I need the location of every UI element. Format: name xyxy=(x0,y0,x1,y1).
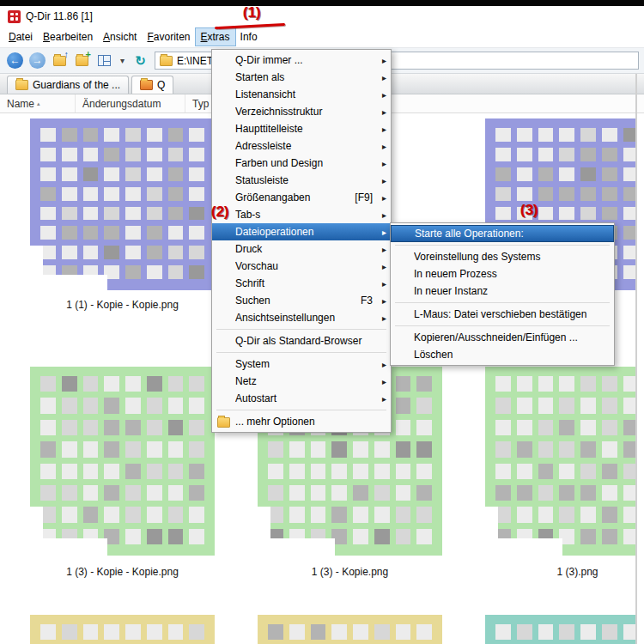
file-thumbnail[interactable]: 1 (3).png xyxy=(485,367,635,556)
file-thumbnail[interactable]: 1 (3) - Kopie - Kopie.png xyxy=(30,367,215,556)
file-thumbnail[interactable] xyxy=(485,615,635,644)
menu-item-label: Schrift xyxy=(235,277,380,289)
menu-item-in-neuem-prozess[interactable]: In neuem Prozess xyxy=(391,265,614,283)
pane-layout-button[interactable] xyxy=(94,51,114,70)
menu-item-q-dir-als-standard-browser[interactable]: Q-Dir als Standard-Browser xyxy=(212,332,391,349)
folder-up-button[interactable]: ↑ xyxy=(50,51,70,70)
menubar-item-datei[interactable]: Datei xyxy=(3,28,38,46)
favorites-folder-button[interactable]: + xyxy=(72,51,92,70)
menu-item-druck[interactable]: Druck▸ xyxy=(212,240,391,258)
menu-shortcut: F3 xyxy=(361,295,373,307)
refresh-button[interactable]: ↻ xyxy=(131,51,150,70)
forward-button[interactable]: → xyxy=(27,51,47,70)
extras-menu: Q-Dir immer ...▸Starten als▸Listenansich… xyxy=(211,49,392,433)
menubar-item-ansicht[interactable]: Ansicht xyxy=(98,28,142,46)
menubar-item-info[interactable]: Info xyxy=(235,28,263,46)
menu-separator xyxy=(395,325,610,326)
submenu-arrow-icon: ▸ xyxy=(380,377,386,386)
file-operations-submenu: Starte alle Operationen:Voreinstellung d… xyxy=(390,222,615,366)
menu-item-farben-und-design[interactable]: Farben und Design▸ xyxy=(212,155,391,172)
menu-item-system[interactable]: System▸ xyxy=(212,355,391,373)
column-header-nderungsdatum[interactable]: Änderungsdatum xyxy=(76,94,185,112)
file-thumbnail[interactable]: 1 (1) - Kopie - Kopie.png xyxy=(30,118,215,290)
menu-item-q-dir-immer[interactable]: Q-Dir immer ...▸ xyxy=(212,52,391,69)
folder-icon xyxy=(217,417,230,428)
file-thumbnail[interactable] xyxy=(258,615,442,644)
forward-icon: → xyxy=(29,52,46,69)
column-label: Typ xyxy=(192,98,209,110)
layout-dropdown-button[interactable]: ▾ xyxy=(117,51,128,70)
menu-item-dateioperationen[interactable]: Dateioperationen▸ xyxy=(212,223,391,240)
menu-separator xyxy=(216,329,386,330)
column-headers-2 xyxy=(637,94,644,113)
menu-item-verzeichnisstruktur[interactable]: Verzeichnisstruktur▸ xyxy=(212,103,391,120)
folder-up-icon: ↑ xyxy=(64,50,70,59)
menu-item-ansichtseinstellungen[interactable]: Ansichtseinstellungen▸ xyxy=(212,309,391,326)
thumbnail-image xyxy=(30,615,215,644)
menu-item-autostart[interactable]: Autostart▸ xyxy=(212,390,391,407)
refresh-icon: ↻ xyxy=(135,53,146,69)
column-label: Änderungsdatum xyxy=(82,98,161,110)
menu-item-starten-als[interactable]: Starten als▸ xyxy=(212,69,391,86)
menu-item-adressleiste[interactable]: Adressleiste▸ xyxy=(212,137,391,155)
menu-item-netz[interactable]: Netz▸ xyxy=(212,373,391,390)
menu-item-label: Suchen xyxy=(235,295,361,307)
menubar-item-bearbeiten[interactable]: Bearbeiten xyxy=(38,28,98,46)
menu-item-label: Starten als xyxy=(235,71,380,83)
tab-1[interactable]: Guardians of the ... xyxy=(7,76,129,94)
column-header-name[interactable]: Name▴ xyxy=(0,94,76,112)
app-icon xyxy=(8,10,21,23)
menu-item-listenansicht[interactable]: Listenansicht▸ xyxy=(212,86,391,103)
submenu-arrow-icon: ▸ xyxy=(380,159,386,168)
sort-ascending-icon: ▴ xyxy=(37,100,40,107)
menu-item-in-neuer-instanz[interactable]: In neuer Instanz xyxy=(391,283,614,300)
menu-item-kopieren-ausschneiden-einf-gen[interactable]: Kopieren/Ausschneiden/Einfügen ... xyxy=(391,329,614,346)
menu-item-l-maus-datei-verschieben-best-tigen[interactable]: L-Maus: Datei verschieben bestätigen xyxy=(391,306,614,323)
file-thumbnail[interactable] xyxy=(30,615,215,644)
submenu-arrow-icon: ▸ xyxy=(380,245,386,254)
back-button[interactable]: ← xyxy=(5,51,25,70)
menu-item-tab-s[interactable]: Tab-s▸ xyxy=(212,206,391,223)
window-top-edge xyxy=(0,0,644,6)
thumbnail-image xyxy=(30,367,215,556)
menu-separator xyxy=(395,302,610,303)
menu-item-mehr-optionen[interactable]: ... mehr Optionen xyxy=(212,413,391,430)
menu-item-statusleiste[interactable]: Statusleiste▸ xyxy=(212,172,391,189)
menu-item-label: Vorschau xyxy=(235,260,380,272)
menu-item-label: Netz xyxy=(235,375,380,387)
title-bar[interactable]: Q-Dir 11.86 [1] xyxy=(0,6,644,27)
menu-item-voreinstellung-des-systems[interactable]: Voreinstellung des Systems xyxy=(391,248,614,265)
chevron-down-icon: ▾ xyxy=(120,56,125,65)
menu-item-label: Löschen xyxy=(414,349,603,361)
tab-strip-2 xyxy=(637,74,644,94)
submenu-arrow-icon: ▸ xyxy=(380,176,386,185)
folder-plus-icon: + xyxy=(86,50,91,59)
file-pane-2 xyxy=(637,74,644,644)
menu-item-suchen[interactable]: SuchenF3▸ xyxy=(212,292,391,309)
menu-item-label: In neuer Instanz xyxy=(414,285,603,297)
menu-separator xyxy=(216,352,386,353)
thumbnail-image xyxy=(258,615,442,644)
menu-item-schrift[interactable]: Schrift▸ xyxy=(212,275,391,292)
thumbnail-image xyxy=(485,367,635,556)
menu-bar: DateiBearbeitenAnsichtFavoritenExtrasInf… xyxy=(0,27,644,47)
tab-2[interactable]: Q xyxy=(131,76,173,94)
annotation-2: (2) xyxy=(211,204,229,221)
submenu-arrow-icon: ▸ xyxy=(380,296,386,306)
menu-item-l-schen[interactable]: Löschen xyxy=(391,346,614,363)
menu-item-haupttitelleiste[interactable]: Haupttitelleiste▸ xyxy=(212,120,391,137)
menu-item-starte-alle-operationen[interactable]: Starte alle Operationen: xyxy=(391,225,614,242)
menu-item-label: Starte alle Operationen: xyxy=(415,228,602,240)
menu-item-gr-enangaben[interactable]: Größenangaben[F9]▸ xyxy=(212,189,391,206)
submenu-arrow-icon: ▸ xyxy=(380,125,386,134)
thumbnail-image xyxy=(485,615,635,644)
menubar-item-extras[interactable]: Extras xyxy=(196,28,235,46)
window-title: Q-Dir 11.86 [1] xyxy=(26,10,93,22)
column-label: Name xyxy=(7,98,34,110)
thumbnail-grid-pattern xyxy=(495,376,635,544)
menubar-item-favoriten[interactable]: Favoriten xyxy=(142,28,195,46)
submenu-arrow-icon: ▸ xyxy=(380,313,386,323)
menu-item-label: Kopieren/Ausschneiden/Einfügen ... xyxy=(414,331,603,343)
menu-item-label: In neuem Prozess xyxy=(414,268,603,280)
menu-item-vorschau[interactable]: Vorschau▸ xyxy=(212,258,391,275)
